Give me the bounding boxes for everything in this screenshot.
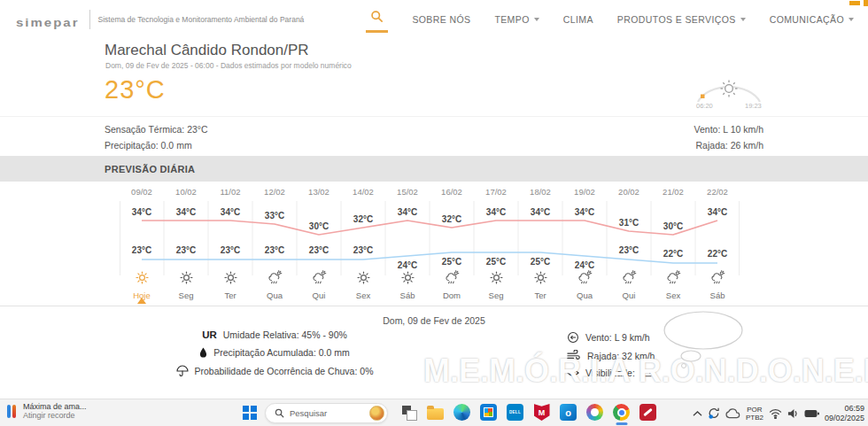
- forecast-day-8[interactable]: Seg: [474, 270, 518, 300]
- wind-text: Vento: L 9 km/h: [585, 332, 650, 343]
- clock-date: 09/02/2025: [825, 414, 864, 423]
- search-button[interactable]: [366, 6, 388, 33]
- gust-value: Rajada: 26 km/h: [694, 137, 763, 153]
- svg-text:34°C: 34°C: [575, 207, 594, 217]
- sun-icon: [400, 270, 415, 289]
- svg-text:23°C: 23°C: [176, 245, 196, 255]
- accumulated-precipitation-text: Precipitação Acumulada: 0.0 mm: [213, 347, 350, 358]
- simepar-logo[interactable]: simepar Sistema de Tecnologia e Monitora…: [16, 8, 304, 30]
- cloud-icon[interactable]: [725, 408, 740, 419]
- forecast-date: 20/02: [607, 187, 651, 197]
- nav-item-clima[interactable]: CLIMA: [563, 14, 593, 25]
- wind-value: Vento: L 10 km/h: [694, 121, 763, 137]
- edge-icon[interactable]: [453, 403, 471, 422]
- svg-text:34°C: 34°C: [708, 207, 727, 217]
- forecast-day-4[interactable]: Qui: [297, 270, 341, 300]
- task-view-icon[interactable]: [399, 403, 418, 422]
- sync-icon[interactable]: [708, 407, 720, 420]
- language-indicator[interactable]: POR PTB2: [746, 406, 763, 422]
- forecast-day-3[interactable]: Qua: [252, 270, 297, 300]
- simepar-logo-text: simepar: [16, 10, 80, 28]
- rain-sun-icon: [622, 270, 637, 289]
- volume-icon[interactable]: [787, 408, 799, 419]
- paint-icon[interactable]: [585, 403, 604, 422]
- site-header: simepar Sistema de Tecnologia e Monitora…: [0, 0, 868, 38]
- outlook-icon[interactable]: o: [559, 403, 577, 422]
- forecast-day-7[interactable]: Dom: [430, 270, 474, 300]
- nav-item-comunica-o[interactable]: COMUNICAÇÃO: [770, 14, 854, 25]
- pdf-icon[interactable]: [639, 403, 657, 422]
- forecast-day-11[interactable]: Qui: [607, 270, 651, 300]
- weather-widget[interactable]: Máxima de ama... Atingir recorde: [7, 402, 87, 420]
- svg-text:24°C: 24°C: [398, 260, 417, 270]
- start-button[interactable]: [243, 406, 257, 420]
- sunset-time: 19:23: [745, 102, 762, 110]
- sun-icon: [223, 270, 238, 289]
- svg-text:22°C: 22°C: [708, 249, 727, 259]
- wifi-icon[interactable]: [769, 408, 782, 419]
- forecast-day-10[interactable]: Qua: [562, 270, 607, 300]
- svg-text:23°C: 23°C: [265, 245, 284, 255]
- battery-icon[interactable]: [804, 409, 819, 418]
- temperature-chart: 34°C23°C34°C23°C34°C23°C33°C23°C30°C23°C…: [120, 201, 740, 277]
- section-title: PREVISÃO DIÁRIA: [105, 164, 195, 174]
- svg-text:23°C: 23°C: [221, 245, 240, 255]
- svg-text:23°C: 23°C: [132, 245, 151, 255]
- nav-item-sobre-n-s[interactable]: SOBRE NÓS: [412, 14, 470, 25]
- forecast-day-6[interactable]: Sáb: [385, 270, 430, 300]
- clock-time: 06:59: [825, 404, 864, 414]
- nav-item-produtos-e-servi-os[interactable]: PRODUTOS E SERVIÇOS: [617, 14, 746, 25]
- forecast-date: 09/02: [120, 187, 164, 197]
- datetime-info: Dom, 09 de Fev de 2025 - 06:00 - Dados e…: [105, 61, 352, 70]
- forecast-day-13[interactable]: Sáb: [695, 270, 740, 300]
- taskbar-search[interactable]: Pesquisar: [265, 403, 388, 423]
- nav-item-tempo[interactable]: TEMPO: [494, 14, 539, 25]
- mcafee-icon[interactable]: M: [532, 403, 551, 422]
- chrome-icon[interactable]: [612, 403, 631, 422]
- widget-subtitle: Atingir recorde: [23, 411, 87, 420]
- search-icon: [370, 10, 384, 23]
- dell-icon[interactable]: DELL: [506, 403, 524, 422]
- svg-text:23°C: 23°C: [309, 245, 329, 255]
- day-label: Sáb: [710, 290, 725, 300]
- microsoft-store-icon[interactable]: [479, 403, 498, 422]
- divider: [0, 306, 868, 306]
- svg-text:25°C: 25°C: [531, 257, 550, 267]
- day-label: Seg: [489, 290, 504, 300]
- forecast-day-2[interactable]: Ter: [208, 270, 252, 300]
- search-highlight-pizza-icon: [369, 406, 384, 421]
- precipitation-value: Precipitação: 0.0 mm: [105, 137, 208, 153]
- humidity-text: Umidade Relativa: 45% - 90%: [223, 329, 347, 340]
- sun-icon: [721, 81, 738, 97]
- svg-text:34°C: 34°C: [531, 207, 550, 217]
- day-label: Dom: [443, 290, 461, 300]
- sunrise-sunset-widget: 06:20 19:23: [693, 74, 765, 110]
- details-left-column: UR Umidade Relativa: 45% - 90% Precipita…: [97, 329, 452, 377]
- svg-text:32°C: 32°C: [442, 214, 461, 224]
- rain-sun-icon: [312, 270, 327, 289]
- taskbar-clock[interactable]: 06:59 09/02/2025: [825, 404, 864, 423]
- details-right-column: Vento: L 9 km/h Rajada: 32 km/h Visibili…: [567, 331, 655, 378]
- sun-position-marker: [701, 95, 705, 99]
- daily-forecast-band: PREVISÃO DIÁRIA: [0, 157, 868, 182]
- header-divider: [89, 10, 90, 29]
- forecast-day-1[interactable]: Seg: [164, 270, 208, 300]
- forecast-date: 18/02: [518, 187, 562, 197]
- wind-gust-icon: [567, 350, 581, 361]
- forecast-date: 13/02: [297, 187, 341, 197]
- forecast-day-12[interactable]: Sex: [651, 270, 695, 300]
- forecast-date: 21/02: [651, 187, 695, 197]
- forecast-date: 16/02: [430, 187, 474, 197]
- day-label: Ter: [534, 290, 546, 300]
- svg-text:34°C: 34°C: [398, 207, 417, 217]
- forecast-day-5[interactable]: Sex: [341, 270, 385, 300]
- svg-text:22°C: 22°C: [663, 249, 683, 259]
- forecast-day-0[interactable]: Hoje: [120, 270, 164, 300]
- forecast-date: 14/02: [341, 187, 385, 197]
- forecast-day-9[interactable]: Ter: [518, 270, 562, 300]
- feels-like-value: Sensação Térmica: 23°C: [105, 121, 208, 137]
- current-temperature: 23°C: [105, 75, 166, 105]
- file-explorer-icon[interactable]: [426, 403, 445, 422]
- rain-sun-icon: [666, 270, 681, 289]
- chevron-up-icon[interactable]: [693, 410, 702, 417]
